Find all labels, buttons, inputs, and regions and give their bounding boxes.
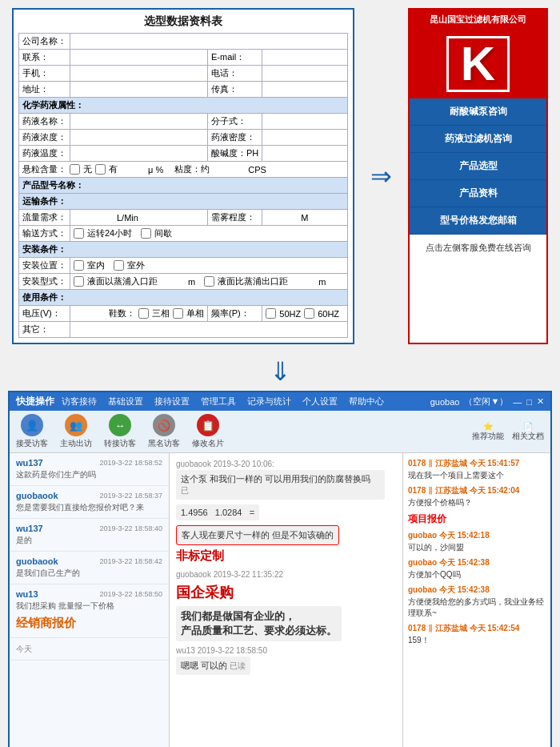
distance-input[interactable]: [266, 213, 298, 223]
address-label: 地址：: [19, 82, 70, 98]
toolbar-transfer[interactable]: ↔ 转接访客: [104, 414, 136, 449]
menu-item-2[interactable]: 产品选型: [410, 153, 546, 180]
60hz-checkbox[interactable]: [304, 308, 314, 319]
right-msg: guobao 今天 15:42:38 方便便我给您的多方式吗，我业业务经理联系~: [408, 584, 546, 619]
other-input[interactable]: [74, 325, 344, 335]
intermittent-checkbox[interactable]: [141, 228, 151, 239]
particles-none-checkbox[interactable]: [70, 164, 80, 175]
toolbar-active[interactable]: 👥 主动出访: [60, 414, 92, 449]
company-footer: 点击左侧客服免费在线咨询: [410, 238, 546, 258]
outlet-dist-input[interactable]: [291, 277, 315, 287]
msg-row: 1.4956 1.0284 =: [176, 504, 396, 520]
nav-personal[interactable]: 个人设置: [300, 395, 340, 408]
nav-record[interactable]: 记录与统计: [245, 395, 294, 408]
phone-input[interactable]: [266, 69, 344, 78]
jingxiaoshang-annotation: 经销商报价: [16, 616, 76, 631]
right-msg: 0178 ‖ 江苏盐城 今天 15:41:57 现在我一个项目上需要这个: [408, 458, 546, 481]
concentration-label: 药液浓度：: [19, 130, 70, 146]
install-type-label: 安装型式：: [19, 274, 70, 290]
toolbar-blacklist[interactable]: 🚫 黑名访客: [148, 414, 180, 449]
nav-manage[interactable]: 管理工具: [198, 395, 238, 408]
drug-name-input[interactable]: [74, 117, 204, 127]
top-section: 选型数据资料表 公司名称： 联系： E-mail： 手机： 电话： 地址：: [0, 0, 560, 352]
viscosity-label: 粘度：约: [174, 163, 210, 175]
email-input[interactable]: [266, 53, 344, 62]
flow-label: 流量需求：: [19, 210, 70, 226]
mobile-input[interactable]: [74, 69, 204, 78]
arrow-down-icon: ⇓: [270, 356, 291, 387]
nav-visitor[interactable]: 访客接待: [59, 395, 99, 408]
particles-yes-checkbox[interactable]: [95, 164, 106, 175]
location-label: 安装位置：: [19, 258, 70, 274]
toolbar-receive[interactable]: 👤 接受访客: [16, 414, 48, 449]
indoor-checkbox[interactable]: [74, 260, 84, 271]
density-input[interactable]: [266, 133, 344, 143]
toolbar-docs[interactable]: 📄 相关文档: [512, 422, 544, 442]
topbar-minimize-icon[interactable]: —: [513, 397, 522, 407]
toolbar-recommend[interactable]: ⭐ 推荐功能: [472, 422, 504, 442]
viscosity-input[interactable]: [213, 165, 245, 175]
particles-row: 悬粒含量： 无 有 μ % 粘度：约 CPS: [22, 163, 344, 175]
concentration-input[interactable]: [74, 133, 204, 143]
suction-dist-input[interactable]: [161, 277, 185, 287]
topbar-maximize-icon[interactable]: □: [526, 397, 532, 407]
transfer-icon: ↔: [109, 414, 131, 436]
topbar-close-icon[interactable]: ✕: [537, 396, 544, 407]
three-phase-checkbox[interactable]: [138, 308, 149, 319]
other-label: 其它：: [19, 322, 70, 338]
list-item[interactable]: wu137 2019-3-22 18:58:40 是的: [10, 519, 169, 552]
person-input[interactable]: [74, 53, 204, 62]
address-input[interactable]: [74, 85, 204, 94]
temperature-input[interactable]: [74, 149, 204, 159]
arrow-down-container: ⇓: [0, 352, 560, 391]
single-phase-checkbox[interactable]: [173, 308, 183, 319]
toolbar-card[interactable]: 📋 修改名片: [192, 414, 224, 449]
chat-topbar: 快捷操作 访客接待 基础设置 接待设置 管理工具 记录与统计 个人设置 帮助中心…: [10, 392, 550, 411]
voltage-input[interactable]: [74, 309, 106, 319]
docs-icon: 📄: [523, 422, 533, 431]
menu-item-4[interactable]: 型号价格发您邮箱: [410, 207, 546, 235]
chat-logo: 快捷操作: [16, 395, 54, 408]
user-name: guobao: [430, 397, 460, 407]
list-item[interactable]: guobaook 2019-3-22 18:58:42 是我们自己生产的: [10, 552, 169, 584]
molecular-input[interactable]: [266, 117, 344, 127]
50hz-checkbox[interactable]: [266, 308, 276, 319]
nav-basic[interactable]: 基础设置: [106, 395, 146, 408]
particles-label: 悬粒含量：: [22, 163, 66, 175]
chemical-section: 化学药液属性：: [19, 98, 348, 114]
list-item[interactable]: guobaook 2019-3-22 18:58:37 您是需要我们直接给您报价…: [10, 486, 169, 519]
particles-value-input[interactable]: [121, 165, 145, 175]
company-label: 公司名称：: [19, 34, 70, 50]
product-section: 产品型号名称：: [19, 178, 348, 194]
continuous-checkbox[interactable]: [74, 228, 84, 239]
temperature-label: 药液温度：: [19, 146, 70, 162]
molecular-label: 分子式：: [208, 114, 262, 130]
msg-row-guoqi: guobaook 2019-3-22 11:35:22 国企采购 我们都是做国有…: [176, 570, 396, 641]
feibiao-annotation: 非标定制: [176, 548, 224, 564]
card-icon: 📋: [197, 414, 219, 436]
nav-reception[interactable]: 接待设置: [152, 395, 192, 408]
density-label: 药液密度：: [208, 130, 262, 146]
drug-name-label: 药液名称：: [19, 114, 70, 130]
menu-item-0[interactable]: 耐酸碱泵咨询: [410, 98, 546, 126]
right-msg: guobao 今天 15:42:18 可以的，沙间盟: [408, 530, 546, 553]
outdoor-checkbox[interactable]: [114, 260, 124, 271]
nav-help[interactable]: 帮助中心: [346, 395, 386, 408]
menu-item-1[interactable]: 药液过滤机咨询: [410, 126, 546, 153]
list-item[interactable]: wu137 2019-3-22 18:58:52 这款药是你们生产的吗: [10, 453, 169, 486]
user-status[interactable]: （空闲▼）: [464, 396, 508, 408]
flow-input[interactable]: [74, 213, 114, 223]
list-item[interactable]: wu13 2019-3-22 18:58:50 我们想采购 批量报一下价格 经销…: [10, 584, 169, 638]
menu-item-3[interactable]: 产品资料: [410, 180, 546, 207]
chat-topbar-nav: 访客接待 基础设置 接待设置 管理工具 记录与统计 个人设置 帮助中心: [59, 395, 386, 408]
company-input[interactable]: [74, 37, 344, 46]
install-section: 安装条件：: [19, 242, 348, 258]
phone-label: 电话：: [208, 66, 262, 82]
fax-input[interactable]: [266, 85, 344, 94]
msg-row: guobaook 2019-3-20 10:06: 这个泵 和我们一样的 可以用…: [176, 460, 396, 500]
chat-section: 快捷操作 访客接待 基础设置 接待设置 管理工具 记录与统计 个人设置 帮助中心…: [8, 391, 552, 747]
ph-input[interactable]: [266, 149, 344, 159]
frequency-label: 频率(P)：: [208, 306, 262, 322]
suction-checkbox[interactable]: [74, 276, 84, 287]
outlet-checkbox[interactable]: [204, 276, 214, 287]
